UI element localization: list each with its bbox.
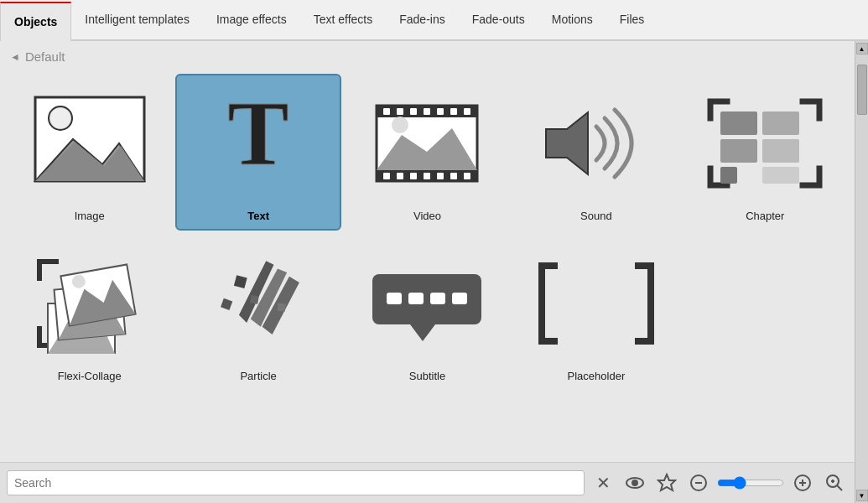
particle-icon	[191, 241, 325, 366]
svg-rect-45	[221, 298, 232, 310]
tab-bar: Objects Intelligent templates Image effe…	[0, 0, 868, 41]
svg-marker-56	[658, 474, 675, 490]
search-button[interactable]	[821, 469, 848, 496]
svg-rect-27	[762, 111, 799, 135]
svg-rect-12	[424, 108, 430, 115]
tab-fade-outs[interactable]: Fade-outs	[459, 0, 538, 39]
svg-rect-19	[424, 173, 430, 179]
object-item-particle[interactable]: Particle	[175, 234, 340, 391]
object-label-chapter: Chapter	[746, 210, 784, 222]
flexi-collage-icon	[23, 241, 157, 366]
svg-rect-46	[250, 295, 259, 304]
zoom-slider-area	[717, 476, 784, 490]
svg-rect-9	[383, 108, 390, 115]
zoom-slider[interactable]	[717, 476, 784, 490]
svg-rect-53	[452, 293, 467, 304]
svg-rect-28	[720, 139, 757, 163]
svg-rect-52	[430, 293, 445, 304]
scroll-track[interactable]	[857, 56, 867, 488]
object-item-chapter[interactable]: Chapter	[683, 74, 848, 231]
subtitle-icon	[360, 241, 494, 366]
content-panel: ◄ Default Image	[0, 41, 855, 503]
text-icon: T	[191, 80, 325, 206]
object-item-flexi-collage[interactable]: Flexi-Collage	[7, 234, 172, 391]
tab-intelligent-templates[interactable]: Intelligent templates	[71, 0, 203, 39]
object-item-sound[interactable]: Sound	[513, 74, 678, 231]
svg-point-55	[632, 480, 637, 485]
tab-image-effects[interactable]: Image effects	[203, 0, 300, 39]
svg-rect-21	[450, 173, 457, 179]
object-label-subtitle: Subtitle	[409, 370, 445, 382]
svg-rect-47	[278, 303, 286, 312]
svg-rect-18	[410, 173, 417, 179]
tab-text-effects[interactable]: Text effects	[300, 0, 387, 39]
object-item-placeholder[interactable]: Placeholder	[513, 234, 678, 391]
svg-rect-17	[397, 173, 403, 179]
zoom-minus-button[interactable]	[685, 469, 712, 496]
tab-fade-ins[interactable]: Fade-ins	[386, 0, 458, 39]
section-label: Default	[25, 49, 65, 64]
svg-rect-15	[464, 108, 470, 115]
preview-button[interactable]	[621, 469, 648, 496]
svg-marker-49	[410, 324, 435, 341]
clear-search-button[interactable]: ✕	[590, 469, 616, 496]
object-label-text: Text	[247, 210, 269, 222]
main-area: ◄ Default Image	[0, 41, 868, 503]
svg-text:T: T	[227, 89, 288, 184]
svg-rect-30	[720, 167, 737, 184]
object-label-video: Video	[413, 210, 441, 222]
chapter-icon	[698, 80, 832, 206]
objects-grid: Image T Text	[0, 70, 855, 397]
scroll-up-button[interactable]: ▲	[856, 43, 868, 54]
svg-rect-31	[762, 167, 799, 184]
svg-marker-25	[546, 112, 588, 174]
tab-objects[interactable]: Objects	[0, 2, 71, 41]
scroll-thumb[interactable]	[857, 65, 867, 115]
sound-icon	[529, 80, 663, 206]
scrollbar[interactable]: ▲ ▼	[855, 41, 868, 503]
svg-line-63	[837, 485, 842, 490]
svg-rect-26	[720, 111, 757, 135]
tab-motions[interactable]: Motions	[538, 0, 606, 39]
search-input[interactable]	[7, 470, 585, 495]
object-item-image[interactable]: Image	[7, 74, 172, 231]
object-label-sound: Sound	[580, 210, 612, 222]
bottom-bar: ✕	[0, 462, 855, 503]
tab-files[interactable]: Files	[606, 0, 658, 39]
svg-rect-16	[383, 173, 390, 179]
svg-rect-13	[437, 108, 444, 115]
section-header: ◄ Default	[0, 41, 855, 70]
svg-rect-14	[450, 108, 457, 115]
svg-rect-44	[234, 275, 247, 288]
object-item-video[interactable]: Video	[345, 74, 510, 231]
object-label-image: Image	[75, 210, 105, 222]
svg-point-24	[392, 117, 408, 133]
video-icon	[360, 80, 494, 206]
svg-rect-29	[762, 139, 799, 163]
object-item-text[interactable]: T Text	[175, 74, 340, 231]
zoom-plus-button[interactable]	[789, 469, 816, 496]
svg-rect-10	[397, 108, 403, 115]
svg-rect-51	[408, 293, 424, 304]
svg-point-3	[50, 108, 70, 128]
favorites-button[interactable]	[653, 469, 680, 496]
placeholder-icon	[529, 241, 663, 366]
section-arrow: ◄	[10, 51, 20, 63]
svg-rect-22	[464, 173, 470, 179]
object-label-flexi-collage: Flexi-Collage	[58, 370, 122, 382]
svg-rect-11	[410, 108, 417, 115]
object-item-subtitle[interactable]: Subtitle	[345, 234, 510, 391]
scroll-down-button[interactable]: ▼	[856, 490, 868, 501]
image-icon	[23, 80, 157, 206]
svg-rect-50	[387, 293, 402, 304]
svg-rect-20	[437, 173, 444, 179]
object-label-placeholder: Placeholder	[568, 370, 626, 382]
object-label-particle: Particle	[240, 370, 276, 382]
